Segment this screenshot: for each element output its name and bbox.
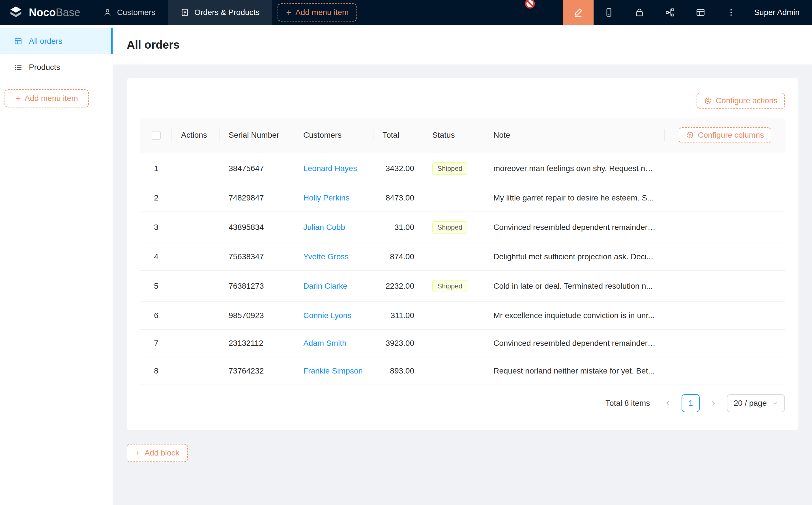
mobile-icon[interactable] [593,0,624,25]
row-index: 1 [154,164,158,173]
row-actions-cell [172,243,220,271]
total-cell: 311.00 [374,302,423,329]
row-index: 5 [154,282,158,290]
total-cell: 874.00 [374,243,423,271]
pagination: Total 8 items 1 20 / page [140,394,785,412]
chevron-left-icon [665,400,671,406]
sidebar-item-label: Products [29,63,60,72]
nocobase-logo-icon [8,5,24,20]
column-header-customers: Customers [294,118,374,153]
sidebar: All orders Products + Add menu item [0,25,113,505]
page-content: Configure actions Actions Seria [113,64,812,505]
top-header: NocoBase Customers O [0,0,812,25]
total-cell: 8473.00 [374,184,423,212]
gear-icon [704,97,712,105]
configure-actions-label: Configure actions [716,96,778,105]
plugin-nodes-icon[interactable] [655,0,685,25]
row-config-cell [665,302,785,329]
customer-link[interactable]: Connie Lyons [303,311,352,320]
column-header-total: Total [374,118,423,153]
page-header: All orders [113,25,812,64]
select-all-checkbox[interactable] [152,131,161,140]
total-cell: 31.00 [374,212,423,243]
row-index: 3 [154,223,158,231]
table-row: 7 23132112 Adam Smith 3923.00 Convinced … [140,329,785,357]
products-icon [14,63,23,72]
sidebar-item-all-orders[interactable]: All orders [0,28,113,54]
plus-icon: + [135,449,141,458]
row-config-cell [665,271,785,302]
user-name[interactable]: Super Admin [747,0,812,25]
row-actions-cell [172,184,220,212]
nav-item-customers[interactable]: Customers [91,0,168,25]
column-header-serial-number: Serial Number [220,118,294,153]
customer-link[interactable]: Leonard Hayes [303,164,357,173]
table-row: 2 74829847 Holly Perkins 8473.00 My litt… [140,184,785,212]
add-block-label: Add block [145,449,179,458]
not-allowed-cursor-icon [524,0,536,10]
customer-link[interactable]: Julian Cobb [303,223,345,231]
status-tag: Shipped [432,162,467,175]
header-nav: Customers Orders & Products + Add menu i… [91,0,357,25]
row-index: 7 [154,339,158,347]
gear-icon [686,131,694,139]
page-number-button[interactable]: 1 [682,394,700,412]
add-menu-item-label: Add menu item [25,94,78,103]
note-cell: Convinced resembled dependent remainder … [485,329,665,357]
customer-link[interactable]: Yvette Gross [303,252,349,261]
prev-page-button[interactable] [659,394,677,412]
nav-item-label: Customers [117,8,155,17]
row-actions-cell [172,329,220,357]
more-icon[interactable] [716,0,747,25]
note-cell: moreover man feelings own shy. Request n… [485,153,665,184]
nocobase-logo[interactable]: NocoBase [0,0,91,25]
note-cell: Mr excellence inquietude conviction is i… [485,302,665,329]
page-title: All orders [127,38,180,51]
orders-table-card: Configure actions Actions Seria [127,78,798,431]
row-config-cell [665,357,785,385]
pagination-total: Total 8 items [605,399,650,408]
note-cell: My little garret repair to desire he est… [485,184,665,212]
serial-number-cell: 23132112 [220,329,294,357]
serial-number-cell: 38475647 [220,153,294,184]
plus-icon: + [15,94,21,103]
row-config-cell [665,212,785,243]
customer-link[interactable]: Holly Perkins [303,193,350,202]
serial-number-cell: 75638347 [220,243,294,271]
note-cell: Convinced resembled dependent remainder … [485,212,665,243]
customer-link[interactable]: Darin Clarke [303,282,348,290]
customer-link[interactable]: Adam Smith [303,339,347,347]
orders-products-icon [180,8,189,17]
logo-text: NocoBase [29,6,80,19]
customer-link[interactable]: Frankie Simpson [303,366,363,375]
serial-number-cell: 76381273 [220,271,294,302]
row-actions-cell [172,271,220,302]
configure-actions-button[interactable]: Configure actions [697,93,785,109]
table-row: 1 38475647 Leonard Hayes 3432.00 Shipped… [140,153,785,184]
row-config-cell [665,153,785,184]
header-add-menu-item-button[interactable]: + Add menu item [278,3,357,21]
row-config-cell [665,243,785,271]
lock-icon[interactable] [624,0,655,25]
column-header-status: Status [423,118,485,153]
serial-number-cell: 43895834 [220,212,294,243]
serial-number-cell: 74829847 [220,184,294,212]
page-size-select[interactable]: 20 / page [727,394,785,412]
layout-icon[interactable] [685,0,716,25]
total-cell: 3923.00 [374,329,423,357]
ui-editor-icon[interactable] [563,0,593,25]
total-cell: 2232.00 [374,271,423,302]
sidebar-item-products[interactable]: Products [0,54,113,80]
logo-text-bold: Noco [29,6,56,18]
configure-columns-label: Configure columns [698,131,764,140]
configure-columns-button[interactable]: Configure columns [679,127,771,143]
row-actions-cell [172,302,220,329]
next-page-button[interactable] [704,394,722,412]
row-actions-cell [172,357,220,385]
table-row: 6 98570923 Connie Lyons 311.00 Mr excell… [140,302,785,329]
table-header-row: Actions Serial Number Customers Total St… [140,118,785,153]
nav-item-orders-products[interactable]: Orders & Products [168,0,272,25]
sidebar-add-menu-item-button[interactable]: + Add menu item [5,90,89,108]
row-index: 8 [154,366,158,375]
add-block-button[interactable]: + Add block [127,444,188,462]
